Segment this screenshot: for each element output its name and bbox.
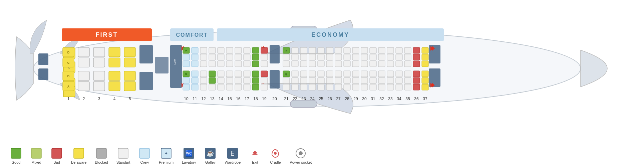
wardrobe-icon: 🗄 bbox=[227, 147, 239, 159]
svg-rect-268 bbox=[96, 148, 106, 158]
svg-rect-92 bbox=[218, 84, 224, 90]
svg-rect-72 bbox=[192, 71, 198, 77]
svg-rect-111 bbox=[252, 47, 259, 53]
crew-icon bbox=[138, 147, 150, 159]
crew-label: Crew bbox=[140, 160, 149, 164]
svg-rect-270 bbox=[139, 148, 149, 158]
svg-text:29: 29 bbox=[353, 97, 358, 101]
svg-rect-215 bbox=[404, 77, 411, 84]
svg-rect-159 bbox=[326, 61, 333, 67]
svg-rect-88 bbox=[218, 54, 224, 60]
svg-rect-228 bbox=[422, 84, 428, 90]
svg-text:19: 19 bbox=[262, 97, 267, 101]
svg-text:3: 3 bbox=[98, 97, 100, 101]
svg-rect-143 bbox=[300, 77, 307, 84]
svg-rect-212 bbox=[404, 54, 411, 60]
svg-rect-55 bbox=[124, 47, 135, 57]
svg-rect-53 bbox=[109, 71, 120, 80]
svg-rect-81 bbox=[209, 47, 216, 53]
svg-rect-214 bbox=[404, 71, 411, 77]
svg-rect-153 bbox=[318, 61, 324, 67]
svg-rect-120 bbox=[261, 71, 268, 77]
svg-rect-110 bbox=[244, 84, 250, 90]
svg-rect-83 bbox=[209, 61, 216, 67]
svg-text:2: 2 bbox=[83, 97, 85, 101]
svg-rect-210 bbox=[396, 84, 402, 90]
svg-rect-135 bbox=[292, 61, 298, 67]
svg-rect-163 bbox=[335, 47, 342, 53]
svg-rect-182 bbox=[361, 54, 368, 60]
svg-text:18: 18 bbox=[253, 97, 258, 101]
svg-rect-207 bbox=[396, 61, 402, 67]
svg-rect-172 bbox=[344, 71, 350, 77]
svg-rect-168 bbox=[335, 84, 342, 90]
svg-rect-217 bbox=[413, 47, 420, 53]
svg-rect-113 bbox=[252, 61, 259, 67]
svg-rect-223 bbox=[422, 47, 428, 53]
svg-rect-190 bbox=[370, 71, 376, 77]
svg-rect-46 bbox=[78, 81, 89, 91]
svg-rect-170 bbox=[344, 54, 350, 60]
svg-rect-87 bbox=[218, 47, 224, 53]
svg-text:F: F bbox=[286, 50, 287, 53]
svg-text:D: D bbox=[67, 51, 70, 54]
svg-text:25: 25 bbox=[319, 97, 323, 101]
svg-text:LAV: LAV bbox=[173, 59, 177, 64]
svg-text:C: C bbox=[67, 61, 70, 64]
svg-point-281 bbox=[274, 152, 277, 155]
galley-icon: ☕ bbox=[204, 147, 216, 159]
svg-rect-204 bbox=[387, 84, 394, 90]
plane-svg: FIRST COMFORT ECONOMY LAV bbox=[0, 10, 644, 124]
svg-rect-206 bbox=[396, 54, 402, 60]
svg-text:C: C bbox=[285, 73, 287, 76]
svg-text:14: 14 bbox=[219, 97, 223, 101]
legend-beaware: Be aware bbox=[71, 147, 86, 164]
svg-rect-166 bbox=[335, 71, 342, 77]
svg-text:15: 15 bbox=[227, 97, 232, 101]
svg-rect-49 bbox=[93, 71, 105, 80]
svg-text:13: 13 bbox=[210, 97, 215, 101]
svg-rect-197 bbox=[378, 77, 385, 84]
legend-cradle: Cradle bbox=[269, 147, 281, 164]
legend-blocked: Blocked bbox=[95, 147, 108, 164]
powersocket-icon bbox=[295, 147, 307, 159]
svg-text:🗄: 🗄 bbox=[230, 151, 235, 156]
svg-text:🚾: 🚾 bbox=[185, 150, 193, 157]
svg-rect-185 bbox=[361, 77, 368, 84]
svg-text:27: 27 bbox=[336, 97, 341, 101]
svg-rect-14 bbox=[38, 53, 48, 65]
svg-rect-60 bbox=[139, 72, 153, 90]
svg-rect-219 bbox=[413, 61, 420, 67]
svg-text:35: 35 bbox=[405, 97, 410, 101]
svg-text:4: 4 bbox=[113, 97, 116, 101]
svg-rect-145 bbox=[309, 47, 316, 53]
svg-rect-142 bbox=[300, 71, 307, 77]
svg-text:B: B bbox=[67, 74, 70, 78]
svg-text:A: A bbox=[67, 85, 70, 88]
svg-rect-106 bbox=[244, 54, 250, 60]
legend-standard: Standart bbox=[116, 147, 130, 164]
svg-rect-171 bbox=[344, 61, 350, 67]
svg-text:10: 10 bbox=[184, 97, 189, 101]
svg-rect-54 bbox=[109, 81, 120, 91]
svg-rect-147 bbox=[309, 61, 316, 67]
svg-text:1: 1 bbox=[67, 97, 70, 101]
beaware-label: Be aware bbox=[71, 160, 86, 164]
svg-text:36: 36 bbox=[414, 97, 419, 101]
svg-rect-56 bbox=[124, 58, 135, 67]
legend-premium: ✦ Premium bbox=[159, 147, 174, 164]
svg-rect-188 bbox=[370, 54, 376, 60]
standard-label: Standart bbox=[116, 160, 130, 164]
wardrobe-label: Wardrobe bbox=[225, 160, 241, 164]
svg-text:23: 23 bbox=[301, 97, 306, 101]
svg-rect-70 bbox=[192, 54, 198, 60]
svg-rect-45 bbox=[78, 71, 89, 80]
svg-text:20: 20 bbox=[272, 97, 277, 101]
svg-rect-130 bbox=[283, 84, 290, 90]
beaware-icon bbox=[73, 147, 85, 159]
svg-rect-82 bbox=[209, 54, 216, 60]
premium-label: Premium bbox=[159, 160, 174, 164]
svg-rect-169 bbox=[344, 47, 350, 53]
svg-rect-138 bbox=[292, 84, 298, 90]
svg-rect-155 bbox=[318, 77, 324, 84]
